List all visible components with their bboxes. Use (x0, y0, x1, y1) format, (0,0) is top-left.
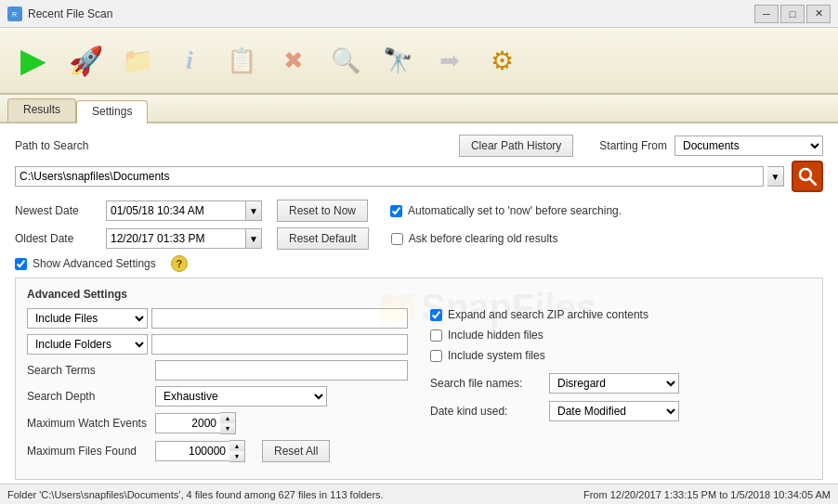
max-files-spinner-buttons: ▲ ▼ (229, 440, 245, 462)
max-watch-up-button[interactable]: ▲ (220, 413, 235, 423)
search-icon-button[interactable] (792, 161, 823, 192)
max-files-label: Maximum Files Found (27, 445, 148, 458)
advanced-settings-box: Advanced Settings Include Files Exclude … (15, 278, 823, 480)
tab-bar: Results Settings (0, 95, 838, 123)
oldest-date-row: Oldest Date ▼ Reset Default Ask before c… (15, 227, 823, 250)
info-button[interactable]: i (165, 36, 214, 84)
include-files-select[interactable]: Include Files Exclude Files (27, 308, 148, 329)
oldest-date-label: Oldest Date (15, 232, 98, 245)
search-terms-row: Search Terms (27, 360, 408, 381)
reset-default-button[interactable]: Reset Default (277, 227, 369, 250)
path-dropdown-button[interactable]: ▼ (767, 166, 784, 187)
clipboard-button[interactable]: 📋 (217, 36, 266, 84)
search-depth-select[interactable]: Exhaustive Top Level Only 2 Levels 3 Lev… (155, 386, 327, 407)
status-bar: Folder 'C:\Users\snapfiles\Documents', 4… (0, 484, 838, 504)
max-watch-down-button[interactable]: ▼ (220, 423, 235, 433)
include-folders-row: Include Folders Exclude Folders (27, 334, 408, 355)
path-label: Path to Search (15, 139, 88, 152)
hidden-files-checkbox[interactable] (430, 330, 442, 342)
include-folders-input[interactable] (151, 334, 408, 355)
newest-date-input[interactable] (106, 200, 245, 221)
date-kind-row: Date kind used: Date Modified Date Creat… (430, 401, 811, 421)
main-content: 📁SnapFiles Path to Search Clear Path His… (0, 123, 838, 491)
folder-button[interactable]: 📁 (113, 36, 162, 84)
max-files-down-button[interactable]: ▼ (229, 451, 244, 461)
search-depth-row: Search Depth Exhaustive Top Level Only 2… (27, 386, 408, 407)
system-files-checkbox[interactable] (430, 350, 442, 362)
max-files-up-button[interactable]: ▲ (229, 441, 244, 451)
search-terms-label: Search Terms (27, 364, 148, 377)
search-file-names-select[interactable]: Disregard Contains Starts With Ends With… (549, 373, 679, 394)
tab-results[interactable]: Results (7, 98, 76, 122)
newest-date-calendar-button[interactable]: ▼ (245, 200, 262, 221)
find-replace-button[interactable]: 🔍 (321, 36, 370, 84)
help-icon-button[interactable]: ? (171, 255, 188, 272)
status-left: Folder 'C:\Users\snapfiles\Documents', 4… (7, 489, 384, 500)
newest-date-label: Newest Date (15, 204, 98, 217)
hidden-files-row: Include hidden files (430, 329, 811, 342)
advanced-title: Advanced Settings (27, 288, 811, 301)
app-title: Recent File Scan (28, 7, 754, 20)
svg-line-3 (810, 179, 816, 185)
search-depth-label: Search Depth (27, 390, 148, 403)
ask-clear-label: Ask before clearing old results (409, 232, 558, 245)
max-watch-row: Maximum Watch Events ▲ ▼ (27, 412, 408, 434)
max-files-row: Maximum Files Found ▲ ▼ Reset All (27, 440, 408, 462)
reset-all-button[interactable]: Reset All (262, 440, 330, 462)
show-advanced-checkbox[interactable] (15, 258, 27, 270)
advanced-left: Include Files Exclude Files Include Fold… (27, 308, 408, 470)
rocket-button[interactable]: 🚀 (61, 36, 110, 84)
max-watch-input[interactable] (155, 413, 220, 433)
auto-set-row: Automatically set to 'now' before search… (390, 204, 622, 217)
oldest-date-wrapper: ▼ (106, 228, 262, 249)
status-right: From 12/20/2017 1:33:15 PM to 1/5/2018 1… (583, 489, 831, 500)
path-input[interactable] (15, 166, 764, 187)
search-file-names-row: Search file names: Disregard Contains St… (430, 373, 811, 394)
newest-date-row: Newest Date ▼ Reset to Now Automatically… (15, 200, 823, 222)
starting-from-select[interactable]: Documents Desktop Downloads My Computer … (674, 136, 823, 156)
search-terms-input[interactable] (155, 360, 408, 381)
svg-text:R: R (12, 11, 17, 18)
hidden-files-label: Include hidden files (448, 329, 543, 342)
ask-clear-checkbox[interactable] (391, 233, 403, 245)
reset-to-now-button[interactable]: Reset to Now (277, 200, 368, 222)
delete-button[interactable]: ✖ (269, 36, 318, 84)
app-icon: R (7, 6, 22, 21)
max-files-spinner: ▲ ▼ (155, 440, 245, 462)
date-kind-select[interactable]: Date Modified Date Created Date Accessed (549, 401, 679, 421)
show-advanced-label: Show Advanced Settings (33, 257, 156, 270)
system-files-label: Include system files (448, 349, 545, 362)
maximize-button[interactable]: □ (780, 5, 805, 23)
arrow-right-button[interactable]: ➡ (426, 36, 474, 84)
minimize-button[interactable]: ─ (754, 5, 779, 23)
path-header-row: Path to Search Clear Path History Starti… (15, 135, 823, 157)
play-button[interactable]: ▶ (9, 36, 58, 84)
auto-set-label: Automatically set to 'now' before search… (408, 204, 622, 217)
newest-date-wrapper: ▼ (106, 200, 262, 221)
expand-zip-checkbox[interactable] (430, 309, 442, 321)
binoculars-button[interactable]: 🔭 (373, 36, 422, 84)
max-files-input[interactable] (155, 441, 229, 461)
show-advanced-check-row: Show Advanced Settings (15, 257, 156, 270)
expand-zip-row: Expand and search ZIP archive contents (430, 308, 811, 321)
date-kind-label: Date kind used: (430, 405, 542, 418)
include-files-row: Include Files Exclude Files (27, 308, 408, 329)
advanced-grid: Include Files Exclude Files Include Fold… (27, 308, 811, 470)
starting-from-label: Starting From (599, 139, 667, 152)
window-controls: ─ □ ✕ (754, 5, 831, 23)
close-button[interactable]: ✕ (806, 5, 831, 23)
max-watch-spinner: ▲ ▼ (155, 412, 236, 434)
oldest-date-calendar-button[interactable]: ▼ (245, 228, 262, 249)
system-files-row: Include system files (430, 349, 811, 362)
show-advanced-row: Show Advanced Settings ? (15, 255, 823, 272)
gear-button[interactable]: ⚙ (478, 36, 526, 84)
clear-path-history-button[interactable]: Clear Path History (459, 135, 573, 157)
tab-settings[interactable]: Settings (76, 100, 148, 123)
max-watch-spinner-buttons: ▲ ▼ (220, 412, 236, 434)
max-watch-label: Maximum Watch Events (27, 417, 148, 430)
include-folders-select[interactable]: Include Folders Exclude Folders (27, 334, 148, 355)
advanced-right: Expand and search ZIP archive contents I… (430, 308, 811, 470)
include-files-input[interactable] (151, 308, 408, 329)
auto-set-checkbox[interactable] (390, 205, 402, 217)
oldest-date-input[interactable] (106, 228, 245, 249)
